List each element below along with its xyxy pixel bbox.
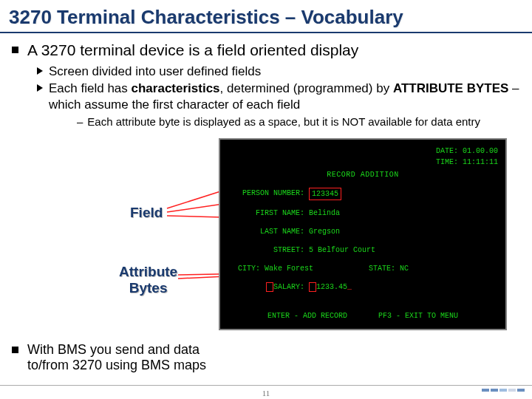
terminal-cursor: _ (347, 283, 352, 291)
terminal-row-city-state: CITY:Wake Forest STATE:NC (228, 263, 498, 274)
b2b-pre: Each field has (49, 81, 132, 95)
callout-attr-line2: Bytes (129, 280, 168, 296)
bullet-bms: With BMS you send and data to/from 3270 … (12, 342, 226, 374)
terminal-fn-value: Belinda (309, 208, 340, 219)
callout-attr-line1: Attribute (119, 264, 177, 279)
page-number: 11 (262, 389, 270, 398)
arrow-bullet-icon (37, 84, 43, 92)
terminal-salary-label: SALARY: (228, 282, 309, 293)
bms-text: With BMS you send and data to/from 3270 … (27, 342, 226, 374)
terminal-city-value: Wake Forest (265, 263, 313, 274)
terminal-row-street: STREET: 5 Belfour Court (228, 245, 498, 256)
bullet-level3: – Each attribute byte is displayed as a … (77, 115, 520, 129)
terminal-row-lastname: LAST NAME: Gregson (228, 226, 498, 237)
square-bullet-icon (12, 47, 18, 53)
terminal-pn-label: PERSON NUMBER: (228, 188, 309, 200)
b2b-mid: , determined (programmed) by (220, 81, 393, 95)
terminal-row-firstname: FIRST NAME: Belinda (228, 208, 498, 219)
bullet3-text: Each attribute byte is displayed as a sp… (87, 115, 480, 129)
attr-byte-marker (266, 282, 273, 292)
b2b-attribute-bytes: ATTRIBUTE BYTES (393, 81, 508, 95)
terminal-state-label: STATE: (363, 263, 400, 274)
terminal-footer: ENTER - ADD RECORD PF3 - EXIT TO MENU (220, 310, 505, 321)
bullet-level2: Screen divided into user defined fields (37, 64, 520, 79)
bullet2b-text: Each field has characteristics, determin… (49, 81, 520, 112)
callout-attribute-bytes: Attribute Bytes (119, 264, 177, 296)
footer-divider (0, 385, 532, 386)
dash-bullet-icon: – (77, 115, 83, 129)
terminal-st-label: STREET: (228, 245, 309, 256)
bullet1-text: A 3270 terminal device is a field orient… (27, 41, 358, 59)
bullet-level1: A 3270 terminal device is a field orient… (12, 41, 520, 59)
bullet2a-text: Screen divided into user defined fields (49, 64, 261, 79)
terminal-screen: DATE: 01.00.00 TIME: 11:11:11 RECORD ADD… (219, 138, 507, 330)
terminal-city-label: CITY: (228, 263, 265, 274)
square-bullet-icon (12, 347, 18, 353)
bullet-level2: Each field has characteristics, determin… (37, 81, 520, 112)
terminal-date-line: DATE: 01.00.00 (228, 146, 498, 157)
arrow-bullet-icon (37, 67, 43, 75)
terminal-fn-label: FIRST NAME: (228, 208, 309, 219)
attr-byte-marker (309, 282, 316, 292)
slide-title: 3270 Terminal Characteristics – Vocabula… (0, 0, 532, 33)
terminal-pn-value: 123345 (309, 188, 341, 200)
terminal-time-line: TIME: 11:11:11 (228, 157, 498, 168)
footer-logo-bars (482, 389, 525, 392)
callout-field: Field (130, 205, 163, 221)
terminal-salary-value: 1233.45_ (309, 282, 352, 293)
terminal-state-value: NC (400, 263, 409, 274)
terminal-app-title: RECORD ADDITION (228, 169, 498, 180)
terminal-st-value: 5 Belfour Court (309, 245, 375, 256)
terminal-row-person: PERSON NUMBER: 123345 (228, 188, 498, 200)
terminal-row-salary: SALARY: 1233.45_ (228, 282, 498, 293)
terminal-ln-label: LAST NAME: (228, 226, 309, 237)
b2b-characteristics: characteristics (132, 81, 220, 95)
terminal-ln-value: Gregson (309, 226, 340, 237)
